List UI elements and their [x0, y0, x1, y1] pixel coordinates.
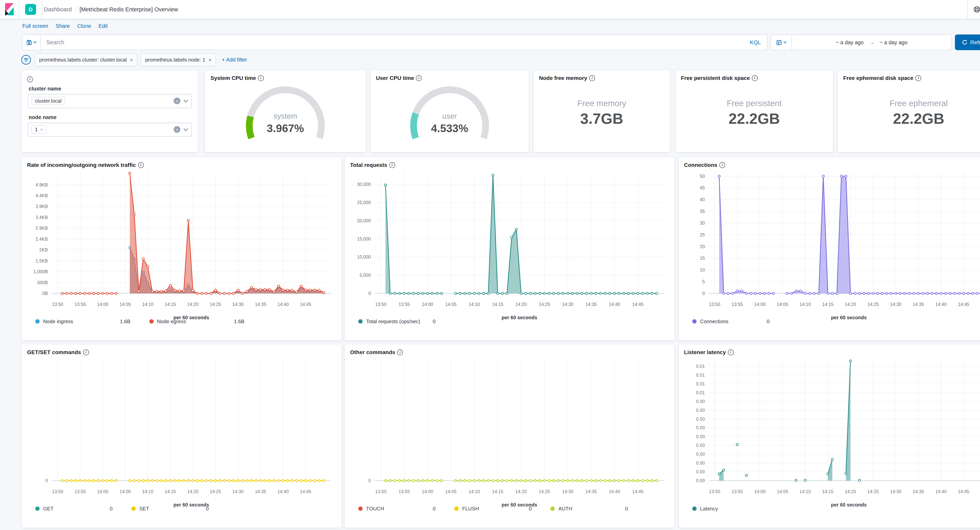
svg-text:0.00: 0.00 — [696, 443, 705, 448]
arrow-right-icon: → — [869, 40, 874, 45]
svg-text:13:50: 13:50 — [375, 489, 387, 494]
chart-panel-latency: Listener latencyi 13:5013:5514:0014:0514… — [678, 344, 980, 528]
legend-item-latency[interactable]: Latency — [692, 506, 767, 512]
chevron-down-icon[interactable] — [183, 128, 188, 131]
filter-options-icon[interactable] — [21, 54, 31, 65]
kibana-logo-icon[interactable] — [0, 2, 19, 17]
svg-text:14:35: 14:35 — [255, 302, 266, 307]
gauge-system: system 3.967% — [242, 84, 328, 144]
x-axis-title: per 60 seconds — [501, 315, 537, 320]
legend-item-connections[interactable]: Connections 0 — [692, 319, 770, 324]
legend-item-flush[interactable]: FLUSH 0 — [454, 506, 531, 512]
selected-option-token[interactable]: 1× — [31, 125, 46, 133]
panel-title: GET/SET commands — [27, 349, 81, 355]
panel-title: Rate of incoming/outgoing network traffi… — [27, 162, 136, 168]
svg-text:14:15: 14:15 — [822, 489, 834, 494]
control-combobox-node-name[interactable]: 1× × — [28, 122, 192, 136]
svg-text:14:10: 14:10 — [800, 489, 811, 494]
selected-option-token[interactable]: cluster.local — [31, 97, 65, 105]
svg-text:13:55: 13:55 — [732, 489, 743, 494]
refresh-button[interactable]: Refresh — [955, 35, 980, 50]
help-icon[interactable] — [968, 0, 980, 19]
svg-text:14:25: 14:25 — [867, 302, 879, 307]
svg-text:0.00: 0.00 — [696, 417, 705, 422]
toolbar-link-clone[interactable]: Clone — [77, 23, 91, 29]
svg-text:20,000: 20,000 — [357, 218, 371, 223]
filter-pill-label: prometheus.labels.cluster: cluster.local — [39, 57, 127, 63]
svg-text:13:50: 13:50 — [709, 489, 720, 494]
query-bar: KQL ~ a day ago → ~ a day ago — [22, 35, 980, 50]
gauge-label: system — [274, 112, 297, 120]
control-label: cluster name — [29, 86, 192, 92]
legend-label: Node ingress — [43, 319, 120, 324]
add-filter-button[interactable]: + Add filter — [222, 57, 247, 63]
info-icon: i — [728, 349, 733, 355]
remove-filter-icon[interactable]: × — [208, 57, 212, 63]
legend-item-auth[interactable]: AUTH 0 — [550, 506, 628, 512]
chart-panel-getset: GET/SET commandsi 13:5013:5514:0014:0514… — [21, 344, 342, 528]
info-icon: i — [397, 349, 403, 355]
toolbar-link-edit[interactable]: Edit — [99, 23, 108, 29]
date-range[interactable]: ~ a day ago → ~ a day ago — [792, 40, 951, 45]
breadcrumb-dashboard[interactable]: Dashboard — [44, 6, 72, 13]
series-color-dot — [358, 319, 363, 324]
svg-text:0.01: 0.01 — [696, 381, 705, 386]
token-remove-icon[interactable]: × — [40, 127, 43, 132]
toolbar-link-full-screen[interactable]: Full screen — [22, 23, 48, 29]
series-color-dot — [358, 506, 363, 511]
x-axis-title: per 60 seconds — [831, 502, 867, 508]
date-range-end: ~ a day ago — [880, 40, 907, 45]
chart-connections: 13:5013:5514:0014:0514:1014:1514:2014:25… — [684, 169, 980, 322]
legend-item-total-requests-ops-sec-[interactable]: Total requests (ops/sec) 0 — [358, 319, 436, 324]
svg-text:45: 45 — [700, 185, 705, 190]
svg-text:14:00: 14:00 — [422, 489, 433, 494]
svg-text:14:10: 14:10 — [800, 302, 811, 307]
legend-value: 1.6B — [234, 319, 245, 324]
svg-text:14:30: 14:30 — [562, 302, 573, 307]
remove-filter-icon[interactable]: × — [130, 57, 133, 63]
legend-label: Latency — [700, 506, 767, 512]
legend-item-set[interactable]: SET 0 — [131, 506, 208, 512]
clear-selection-icon[interactable]: × — [173, 98, 180, 104]
legend-label: Connections — [700, 319, 767, 324]
svg-text:14:40: 14:40 — [277, 302, 289, 307]
filter-pill[interactable]: prometheus.labels.cluster: cluster.local… — [35, 53, 137, 66]
space-avatar[interactable]: D — [25, 4, 36, 15]
svg-text:5: 5 — [702, 279, 705, 284]
svg-text:13:50: 13:50 — [52, 302, 63, 307]
legend-item-get[interactable]: GET 0 — [35, 506, 113, 512]
filter-pill[interactable]: prometheus.labels.node: 1× — [141, 53, 216, 66]
saved-query-menu-button[interactable] — [22, 35, 41, 50]
legend-item-node-ingress[interactable]: Node ingress 1.6B — [35, 319, 130, 324]
svg-text:10,000: 10,000 — [357, 254, 371, 260]
control-combobox-cluster-name[interactable]: cluster.local × — [28, 94, 192, 108]
info-icon: i — [389, 162, 395, 168]
metric-value: 3.7GB — [580, 110, 623, 127]
chart-panel-other: Other commandsi 13:5013:5514:0014:0514:1… — [344, 344, 675, 528]
info-icon: i — [752, 75, 758, 81]
series-color-dot — [150, 319, 154, 324]
panel-title: Connections — [684, 162, 718, 168]
calendar-icon[interactable] — [771, 35, 792, 50]
legend-label: GET — [43, 506, 110, 512]
svg-text:14:00: 14:00 — [754, 302, 765, 307]
svg-text:25: 25 — [700, 232, 705, 237]
chevron-down-icon[interactable] — [183, 99, 188, 102]
svg-text:14:35: 14:35 — [255, 489, 266, 494]
gauge-panel-system: System CPU timei system 3.967% — [205, 70, 366, 152]
chart-panel-network: Rate of incoming/outgoing network traffi… — [21, 157, 342, 341]
svg-text:14:20: 14:20 — [845, 489, 856, 494]
svg-text:14:40: 14:40 — [609, 489, 620, 494]
svg-text:5,000: 5,000 — [360, 273, 371, 278]
toolbar-link-share[interactable]: Share — [56, 23, 70, 29]
legend-item-touch[interactable]: TOUCH 0 — [358, 506, 436, 512]
clear-selection-icon[interactable]: × — [173, 126, 180, 133]
svg-text:1.5KB: 1.5KB — [35, 258, 48, 263]
legend-item-node-egress[interactable]: Node egress 1.6B — [150, 319, 245, 324]
header-divider — [42, 0, 42, 19]
query-language-button[interactable]: KQL — [744, 39, 767, 46]
info-icon: i — [915, 75, 921, 81]
search-input[interactable] — [41, 39, 744, 46]
info-icon: i — [258, 75, 264, 81]
refresh-icon — [962, 40, 967, 45]
